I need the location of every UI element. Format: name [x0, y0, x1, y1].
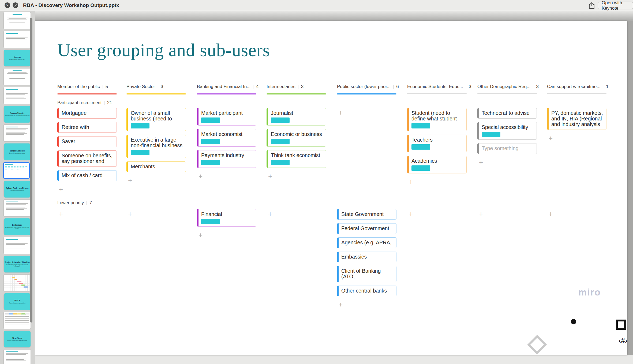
add-card-plus-icon: + — [479, 159, 483, 166]
column-cards-upper: MortgageeRetiree withSaverSomeone on ben… — [57, 108, 117, 193]
card-text: Market economist — [201, 131, 254, 137]
sticky-card: Retiree with — [57, 122, 117, 133]
section-label-participant-recruitment: Participant recruitment21 — [57, 100, 112, 105]
card-text: Financial — [201, 211, 254, 217]
add-card-plus-icon: + — [198, 173, 203, 180]
column-cards-upper: + — [337, 108, 396, 116]
sidebar-scrollbar[interactable] — [30, 18, 32, 323]
sticky-card: Economic or business — [267, 129, 326, 147]
card-text: Technocrat to advise — [482, 110, 535, 116]
slide-thumbnail[interactable] — [4, 312, 31, 329]
column-underline — [477, 93, 537, 94]
sticky-card: Payments industry — [197, 150, 256, 168]
progress-chip — [131, 150, 149, 155]
card-text: Academics — [411, 158, 465, 164]
slide-thumbnail[interactable]: Next StepsMoving forward with clear next… — [4, 331, 31, 347]
slide-thumbnail[interactable] — [4, 69, 31, 85]
slide-thumbnail[interactable]: Target AudienceDefine the specific user … — [4, 143, 31, 160]
close-icon: ✕ — [6, 4, 9, 7]
slide-thumbnail[interactable]: Project Schedule / TimelineBreakdown of … — [4, 256, 31, 272]
column-cards-lower: Financial+ — [197, 209, 256, 238]
card-text: Market participant — [201, 110, 254, 116]
column-underline — [57, 93, 117, 94]
column-cards-lower: + — [57, 209, 117, 217]
sticky-card: PY, domestic markets, and IN, RIA (Regio… — [547, 108, 606, 130]
add-card-plus-icon: + — [268, 173, 272, 180]
slide-thumbnail[interactable]: RACITeam roles and responsibilities — [4, 293, 31, 310]
add-card-plus-icon: + — [128, 210, 132, 217]
slide-thumbnail-selected[interactable] — [3, 162, 30, 179]
card-text: Embassies — [341, 254, 395, 260]
column-underline — [267, 93, 326, 94]
add-card-plus-icon: + — [549, 210, 553, 217]
sticky-card: Client of Banking (ATO, — [337, 266, 396, 282]
column-header: Public sector (lower prior...6 — [337, 84, 399, 89]
card-text: Saver — [62, 139, 115, 144]
slide-thumbnail[interactable] — [4, 12, 31, 29]
column-underline — [407, 93, 467, 94]
column-cards-lower: + — [477, 209, 537, 217]
progress-chip — [201, 219, 220, 224]
sticky-card: Market economist — [197, 129, 256, 147]
card-text: Type something — [482, 146, 535, 151]
sticky-card: Think tank economist — [267, 150, 326, 168]
progress-chip — [201, 117, 220, 123]
add-card-plus-icon: + — [479, 210, 483, 217]
progress-chip — [411, 165, 430, 171]
sticky-card: Technocrat to advise — [477, 108, 537, 119]
slide: User grouping and sub-users Participant … — [35, 21, 627, 355]
sticky-card: Embassies — [337, 252, 396, 262]
add-card-plus-icon: + — [339, 301, 343, 308]
sticky-card: Academics — [407, 156, 467, 173]
column-cards-upper: JournalistEconomic or businessThink tank… — [267, 108, 326, 180]
slide-thumbnail[interactable] — [4, 125, 31, 141]
share-icon — [588, 2, 595, 9]
window-title: RBA - Discovery Workshop Output.pptx — [23, 2, 119, 8]
column-cards-lower: + — [547, 209, 606, 217]
close-button[interactable]: ✕ — [5, 2, 10, 8]
progress-chip — [201, 139, 220, 144]
slide-thumbnail[interactable]: Aylmer Anderson ReportDesign recommendat… — [4, 181, 31, 198]
slide-thumbnail[interactable] — [4, 275, 31, 291]
add-card-plus-icon: + — [59, 186, 63, 193]
slide-thumbnail[interactable] — [4, 200, 31, 216]
slide-thumbnail[interactable]: Success MetricsWhat metrics do we use to… — [4, 106, 31, 123]
column-underline — [337, 93, 396, 94]
slide-thumbnail[interactable] — [4, 237, 31, 254]
square-shape — [616, 320, 626, 330]
open-with-keynote-button[interactable]: Open with Keynote — [598, 2, 633, 9]
column-cards-lower: + — [267, 209, 326, 217]
column-cards-upper: Owner of a small business (need toExecut… — [126, 108, 186, 184]
slide-thumbnail[interactable]: ReflectionsWhat are some initial thought… — [4, 218, 31, 235]
add-card-plus-icon: + — [549, 135, 553, 142]
thumbnail-sidebar: SuccessWhat does success look like?Succe… — [0, 11, 35, 364]
column-header: Economic Students, Educ...3 — [407, 84, 471, 89]
diamond-shape — [527, 335, 547, 355]
sticky-card: Mix of cash / card — [57, 170, 117, 181]
slide-thumbnail[interactable] — [4, 31, 31, 48]
prohibit-icon — [14, 4, 17, 6]
add-card-plus-icon: + — [409, 210, 413, 217]
sticky-card: Someone on benefits, say pensioner and — [57, 150, 117, 167]
hide-preview-button[interactable] — [13, 2, 18, 8]
column-underline — [126, 93, 186, 94]
column-cards-lower: + — [407, 209, 467, 217]
progress-chip — [131, 123, 149, 128]
share-button[interactable] — [588, 2, 595, 9]
column-header: Member of the public5 — [57, 84, 108, 89]
slide-thumbnail[interactable] — [4, 350, 31, 364]
progress-chip — [271, 117, 290, 123]
slide-thumbnail[interactable]: SuccessWhat does success look like? — [4, 50, 31, 66]
column-header: Banking and Financial In...4 — [197, 84, 259, 89]
add-card-plus-icon: + — [409, 178, 413, 185]
section-label-lower-priority: Lower priority7 — [57, 200, 92, 205]
slide-thumbnail[interactable] — [4, 87, 31, 104]
card-text: Think tank economist — [271, 153, 324, 158]
sticky-card: Other central banks — [337, 286, 396, 296]
sticky-card: Executive in a large non-financial busin… — [126, 135, 186, 158]
add-card-plus-icon: + — [339, 109, 343, 116]
add-card-plus-icon: + — [59, 210, 63, 217]
sticky-card: Saver — [57, 136, 117, 147]
card-text: Executive in a large non-financial busin… — [131, 137, 184, 148]
card-text: State Government — [341, 211, 395, 217]
